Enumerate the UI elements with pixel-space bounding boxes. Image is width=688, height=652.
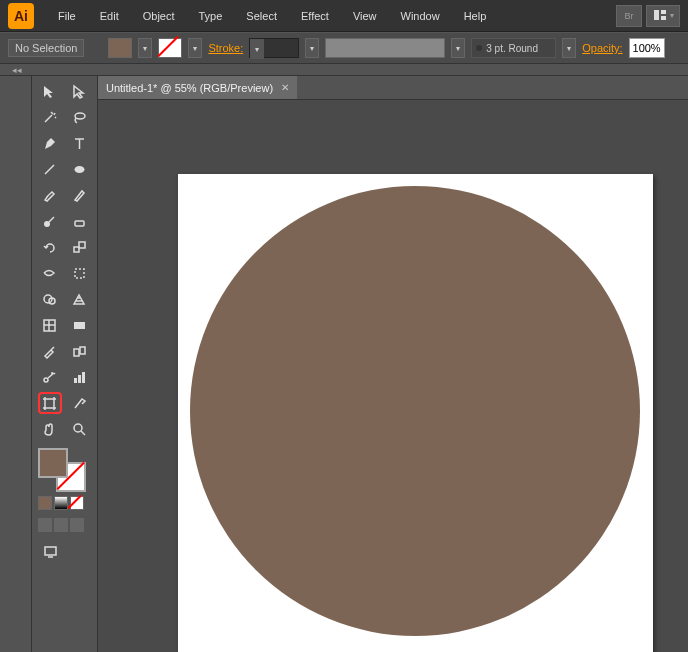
eraser-tool[interactable] (68, 210, 92, 232)
slice-tool[interactable] (68, 392, 91, 414)
symbol-sprayer-tool[interactable] (38, 366, 62, 388)
svg-marker-3 (44, 86, 53, 98)
svg-rect-0 (654, 10, 659, 20)
column-graph-tool[interactable] (68, 366, 92, 388)
blob-brush-tool[interactable] (38, 210, 62, 232)
arrange-documents-button[interactable]: ▾ (646, 5, 680, 27)
selection-tool[interactable] (38, 80, 62, 102)
svg-point-6 (75, 113, 85, 119)
magic-wand-tool[interactable] (38, 106, 62, 128)
stroke-label[interactable]: Stroke: (208, 42, 243, 54)
width-tool[interactable] (38, 262, 62, 284)
svg-rect-14 (75, 269, 84, 278)
drawing-mode-behind[interactable] (54, 518, 68, 532)
arrange-icon (653, 8, 668, 23)
zoom-tool[interactable] (68, 418, 92, 440)
brush-definition-field[interactable] (325, 38, 445, 58)
svg-point-8 (74, 166, 84, 173)
svg-rect-38 (45, 547, 56, 555)
line-segment-tool[interactable] (38, 158, 62, 180)
tools-panel (32, 76, 98, 652)
drawing-mode-normal[interactable] (38, 518, 52, 532)
stroke-dropdown[interactable] (188, 38, 202, 58)
titlebar: Ai File Edit Object Type Select Effect V… (0, 0, 688, 32)
svg-line-37 (81, 431, 85, 435)
svg-rect-26 (82, 372, 85, 383)
menu-edit[interactable]: Edit (90, 4, 129, 28)
fill-stroke-swatches[interactable] (38, 448, 86, 492)
svg-rect-1 (661, 10, 666, 14)
stroke-weight-field[interactable] (249, 38, 299, 58)
document-tab-title: Untitled-1* @ 55% (RGB/Preview) (106, 82, 273, 94)
svg-rect-11 (75, 221, 84, 226)
perspective-grid-tool[interactable] (68, 288, 92, 310)
lasso-tool[interactable] (68, 106, 92, 128)
shape-builder-tool[interactable] (38, 288, 62, 310)
svg-line-5 (45, 115, 52, 122)
style-dropdown[interactable] (562, 38, 576, 58)
menu-object[interactable]: Object (133, 4, 185, 28)
document-tab-bar: Untitled-1* @ 55% (RGB/Preview) ✕ (98, 76, 688, 100)
brush-dropdown[interactable] (451, 38, 465, 58)
gradient-tool[interactable] (68, 314, 92, 336)
drawing-mode-inside[interactable] (70, 518, 84, 532)
menu-select[interactable]: Select (236, 4, 287, 28)
pencil-tool[interactable] (68, 184, 92, 206)
bridge-button[interactable]: Br (616, 5, 642, 27)
artboard-tool[interactable] (38, 392, 62, 414)
rotate-tool[interactable] (38, 236, 62, 258)
fill-swatch[interactable] (108, 38, 132, 58)
svg-rect-25 (78, 375, 81, 383)
svg-rect-2 (661, 16, 666, 20)
direct-selection-tool[interactable] (68, 80, 92, 102)
opacity-field[interactable]: 100% (629, 38, 665, 58)
fill-color-swatch[interactable] (38, 448, 68, 478)
document-tab[interactable]: Untitled-1* @ 55% (RGB/Preview) ✕ (98, 76, 297, 99)
svg-rect-21 (74, 349, 79, 356)
menu-help[interactable]: Help (454, 4, 497, 28)
free-transform-tool[interactable] (68, 262, 92, 284)
panel-collapse-strip: ◂◂ (0, 64, 688, 76)
artboard[interactable] (178, 174, 653, 652)
screen-mode-button[interactable] (38, 540, 62, 562)
vstroke-dropdown[interactable] (305, 38, 319, 58)
none-mode-swatch[interactable] (70, 496, 84, 510)
svg-rect-27 (45, 399, 54, 408)
svg-marker-4 (74, 86, 83, 98)
ellipse-tool[interactable] (68, 158, 92, 180)
app-logo: Ai (8, 3, 34, 29)
scale-tool[interactable] (68, 236, 92, 258)
menu-effect[interactable]: Effect (291, 4, 339, 28)
control-bar: No Selection Stroke: 3 pt. Round Opacity… (0, 32, 688, 64)
opacity-label[interactable]: Opacity: (582, 42, 622, 54)
menu-type[interactable]: Type (189, 4, 233, 28)
blend-tool[interactable] (68, 340, 92, 362)
collapsed-panel-dock[interactable] (0, 76, 32, 652)
menu-window[interactable]: Window (391, 4, 450, 28)
close-tab-icon[interactable]: ✕ (281, 82, 289, 93)
selection-status: No Selection (8, 39, 84, 57)
paintbrush-tool[interactable] (38, 184, 62, 206)
stroke-swatch[interactable] (158, 38, 182, 58)
eyedropper-tool[interactable] (38, 340, 62, 362)
menu-view[interactable]: View (343, 4, 387, 28)
svg-rect-22 (80, 347, 85, 354)
artboard-viewport[interactable] (98, 100, 688, 652)
gradient-mode-swatch[interactable] (54, 496, 68, 510)
workspace: Untitled-1* @ 55% (RGB/Preview) ✕ (0, 76, 688, 652)
svg-rect-24 (74, 378, 77, 383)
canvas-area: Untitled-1* @ 55% (RGB/Preview) ✕ (98, 76, 688, 652)
hand-tool[interactable] (38, 418, 62, 440)
svg-line-7 (45, 165, 54, 174)
circle-shape[interactable] (190, 186, 640, 636)
style-preset-field[interactable]: 3 pt. Round (471, 38, 556, 58)
fill-dropdown[interactable] (138, 38, 152, 58)
expand-panels-icon[interactable]: ◂◂ (0, 65, 34, 75)
svg-rect-13 (79, 242, 85, 248)
svg-point-23 (44, 378, 48, 382)
pen-tool[interactable] (38, 132, 62, 154)
menu-file[interactable]: File (48, 4, 86, 28)
type-tool[interactable] (68, 132, 92, 154)
color-mode-swatch[interactable] (38, 496, 52, 510)
mesh-tool[interactable] (38, 314, 62, 336)
